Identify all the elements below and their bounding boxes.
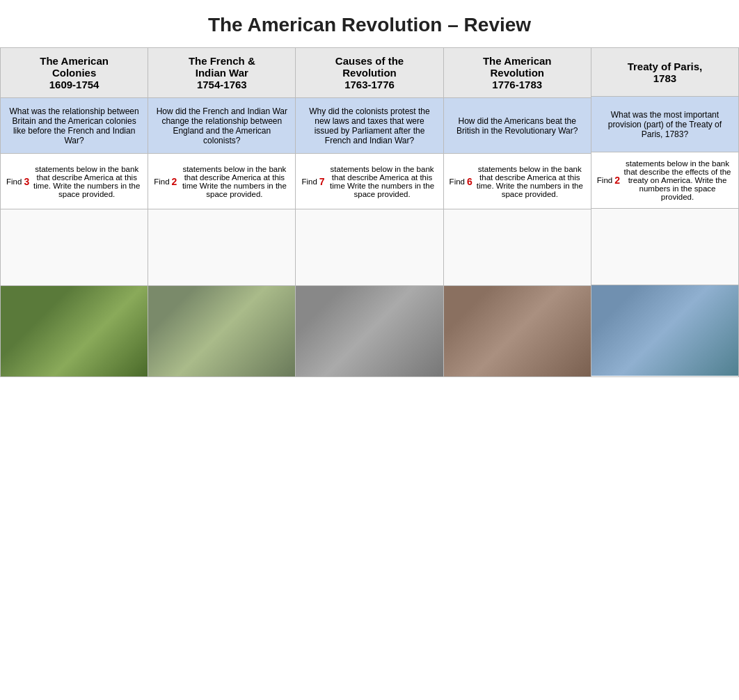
col5-image: [591, 285, 738, 376]
col3-question: Why did the colonists protest the new la…: [296, 98, 443, 154]
col5-instruction: Find 2 statements below in the bank that…: [591, 152, 738, 209]
page-title: The American Revolution – Review: [0, 0, 739, 47]
col1-question: What was the relationship between Britai…: [1, 98, 148, 154]
col3-header: Causes of theRevolution1763-1776: [296, 48, 443, 98]
column-1: The AmericanColonies1609-1754 What was t…: [1, 48, 148, 376]
column-4: The AmericanRevolution1776-1783 How did …: [444, 48, 591, 376]
column-5: Treaty of Paris,1783 What was the most i…: [591, 48, 738, 376]
col1-instruction: Find 3 statements below in the bank that…: [1, 154, 148, 209]
col4-image: [444, 286, 591, 376]
col5-question: What was the most important provision (p…: [591, 97, 738, 152]
col1-blank: [1, 209, 148, 286]
col5-header: Treaty of Paris,1783: [591, 48, 738, 97]
col2-blank: [148, 209, 295, 286]
col2-header: The French &Indian War1754-1763: [148, 48, 295, 98]
col1-header: The AmericanColonies1609-1754: [1, 48, 148, 98]
col5-blank: [591, 209, 738, 285]
col3-instruction: Find 7 statements below in the bank that…: [296, 154, 443, 209]
col2-question: How did the French and Indian War change…: [148, 98, 295, 154]
col4-question: How did the Americans beat the British i…: [444, 98, 591, 154]
col3-blank: [296, 209, 443, 286]
column-3: Causes of theRevolution1763-1776 Why did…: [296, 48, 443, 376]
col4-header: The AmericanRevolution1776-1783: [444, 48, 591, 98]
col4-instruction: Find 6 statements below in the bank that…: [444, 154, 591, 209]
col2-image: [148, 286, 295, 376]
columns-wrapper: The AmericanColonies1609-1754 What was t…: [0, 47, 739, 377]
col2-instruction: Find 2 statements below in the bank that…: [148, 154, 295, 209]
col3-image: [296, 286, 443, 376]
column-2: The French &Indian War1754-1763 How did …: [148, 48, 296, 376]
col1-image: [1, 286, 148, 376]
col4-blank: [444, 209, 591, 286]
